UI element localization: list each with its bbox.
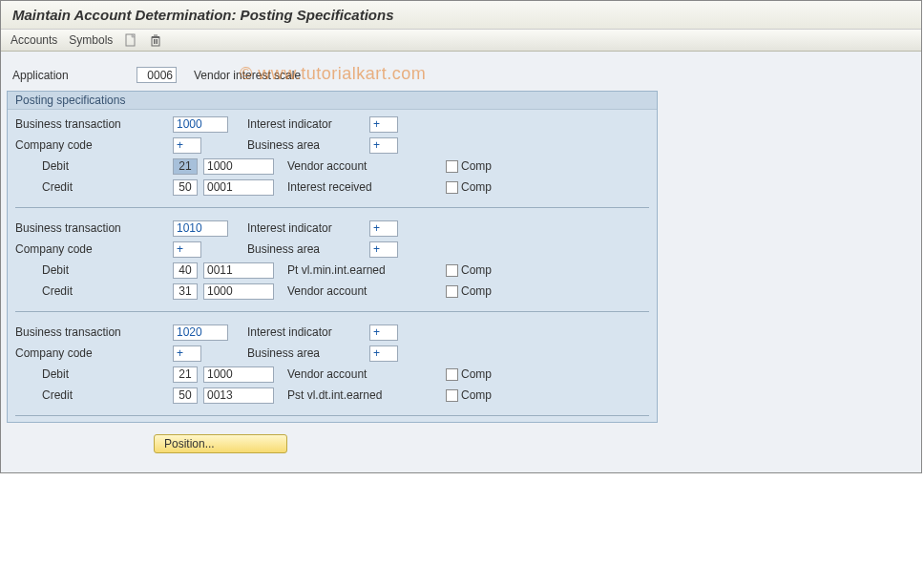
bt-input[interactable]: [173, 116, 228, 133]
ii-label: Interest indicator: [243, 325, 369, 339]
debit-desc: Vendor account: [274, 367, 446, 381]
debit-comp-checkbox[interactable]: [446, 264, 458, 277]
separator: [15, 207, 649, 208]
menu-symbols[interactable]: Symbols: [69, 33, 113, 47]
credit-pk-input[interactable]: [173, 387, 198, 404]
ba-input[interactable]: [369, 345, 398, 362]
ba-input[interactable]: [369, 137, 398, 154]
posting-spec-group: Posting specifications Business transact…: [7, 91, 658, 423]
comp-label: Comp: [461, 284, 492, 298]
window: Maintain Account Determination: Posting …: [0, 0, 922, 473]
delete-icon[interactable]: [149, 33, 162, 47]
application-label: Application: [12, 69, 136, 82]
credit-acct-input[interactable]: [203, 387, 274, 404]
cc-label: Company code: [15, 242, 173, 256]
debit-desc: Pt vl.min.int.earned: [274, 263, 446, 277]
credit-comp-checkbox[interactable]: [446, 285, 458, 298]
application-desc: Vendor interest scale: [194, 69, 301, 82]
comp-label: Comp: [461, 388, 492, 402]
ii-label: Interest indicator: [243, 221, 369, 235]
debit-pk-input[interactable]: [173, 158, 198, 175]
credit-desc: Pst vl.dt.int.earned: [274, 388, 446, 402]
ba-label: Business area: [243, 346, 369, 360]
cc-input[interactable]: [173, 241, 201, 258]
cc-label: Company code: [15, 346, 173, 360]
ii-label: Interest indicator: [243, 117, 369, 131]
posting-block: Business transaction Interest indicator …: [8, 110, 657, 208]
separator: [15, 311, 649, 312]
posting-block: Business transaction Interest indicator …: [8, 214, 657, 312]
application-input[interactable]: [136, 67, 177, 83]
comp-label: Comp: [461, 159, 492, 173]
credit-desc: Vendor account: [274, 284, 446, 298]
debit-acct-input[interactable]: [203, 158, 274, 175]
posting-block: Business transaction Interest indicator …: [8, 318, 657, 416]
debit-label: Debit: [42, 367, 173, 381]
create-icon[interactable]: [124, 33, 137, 47]
cc-label: Company code: [15, 138, 173, 152]
debit-acct-input[interactable]: [203, 366, 274, 383]
separator: [15, 415, 649, 416]
cc-input[interactable]: [173, 137, 201, 154]
comp-label: Comp: [461, 367, 492, 381]
comp-label: Comp: [461, 263, 492, 277]
ba-label: Business area: [243, 242, 369, 256]
ii-input[interactable]: [369, 116, 398, 133]
ii-input[interactable]: [369, 220, 398, 237]
bt-label: Business transaction: [15, 325, 173, 339]
debit-comp-checkbox[interactable]: [446, 160, 458, 173]
page-title: Maintain Account Determination: Posting …: [1, 1, 921, 30]
credit-label: Credit: [42, 388, 173, 402]
group-title: Posting specifications: [8, 92, 657, 110]
position-button[interactable]: Position...: [154, 434, 287, 453]
debit-label: Debit: [42, 159, 173, 173]
comp-label: Comp: [461, 180, 492, 194]
toolbar: Accounts Symbols © www.tutorialkart.com: [1, 30, 921, 52]
application-row: Application Vendor interest scale: [1, 63, 921, 91]
debit-pk-input[interactable]: [173, 262, 198, 279]
credit-pk-input[interactable]: [173, 283, 198, 300]
bt-label: Business transaction: [15, 117, 173, 131]
credit-comp-checkbox[interactable]: [446, 389, 458, 402]
menu-accounts[interactable]: Accounts: [10, 33, 57, 47]
ba-label: Business area: [243, 138, 369, 152]
debit-pk-input[interactable]: [173, 366, 198, 383]
debit-comp-checkbox[interactable]: [446, 368, 458, 381]
credit-pk-input[interactable]: [173, 179, 198, 196]
debit-desc: Vendor account: [274, 159, 446, 173]
credit-label: Credit: [42, 284, 173, 298]
debit-acct-input[interactable]: [203, 262, 274, 279]
ba-input[interactable]: [369, 241, 398, 258]
credit-label: Credit: [42, 180, 173, 194]
credit-desc: Interest received: [274, 180, 446, 194]
bt-input[interactable]: [173, 324, 228, 341]
main-area: Application Vendor interest scale Postin…: [1, 52, 921, 472]
bt-label: Business transaction: [15, 221, 173, 235]
credit-comp-checkbox[interactable]: [446, 181, 458, 194]
credit-acct-input[interactable]: [203, 179, 274, 196]
ii-input[interactable]: [369, 324, 398, 341]
cc-input[interactable]: [173, 345, 201, 362]
credit-acct-input[interactable]: [203, 283, 274, 300]
bt-input[interactable]: [173, 220, 228, 237]
debit-label: Debit: [42, 263, 173, 277]
